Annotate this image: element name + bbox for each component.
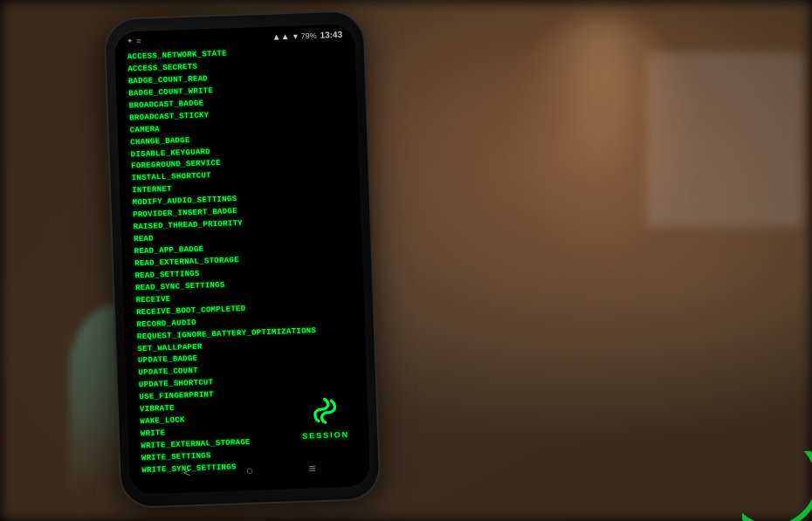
- home-nav-icon: ○: [245, 463, 253, 477]
- wifi-icon: ▾: [292, 31, 297, 41]
- status-bar-left: ✦ ≡: [127, 37, 141, 46]
- phone-screen: ✦ ≡ ▲▲ ▾ 79% 13:43 ACCESS_NETWORK_STATEA…: [114, 24, 370, 494]
- menu-icon: ≡: [136, 37, 141, 45]
- battery-indicator: 79%: [300, 31, 316, 40]
- recents-nav-icon: ≡: [308, 461, 316, 475]
- corner-decoration: [742, 451, 812, 521]
- session-s-icon: [307, 394, 341, 428]
- signal-icon: ▲▲: [272, 31, 290, 42]
- time-display: 13:43: [320, 30, 342, 40]
- phone: ✦ ≡ ▲▲ ▾ 79% 13:43 ACCESS_NETWORK_STATEA…: [105, 11, 379, 507]
- scene: ✦ ≡ ▲▲ ▾ 79% 13:43 ACCESS_NETWORK_STATEA…: [0, 0, 812, 521]
- session-label: SESSION: [302, 430, 349, 441]
- back-nav-icon: <: [183, 465, 191, 479]
- session-logo: SESSION: [300, 394, 349, 441]
- background-laptop: [646, 52, 803, 227]
- dropbox-icon: ✦: [127, 37, 134, 45]
